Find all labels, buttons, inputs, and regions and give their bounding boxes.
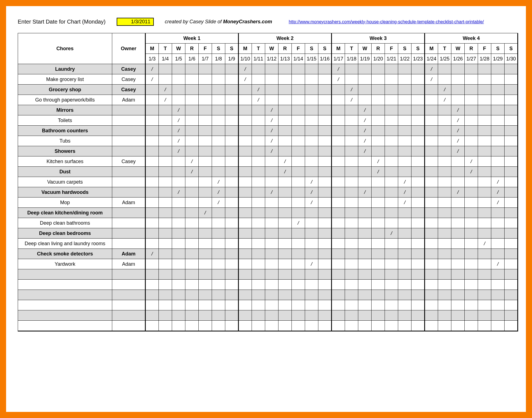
- chore-cell[interactable]: Mop: [18, 197, 112, 208]
- day-cell[interactable]: [478, 146, 491, 156]
- day-cell[interactable]: [332, 321, 345, 331]
- day-cell[interactable]: [438, 228, 451, 239]
- chore-cell[interactable]: [18, 300, 112, 310]
- day-cell[interactable]: [292, 300, 305, 310]
- day-cell[interactable]: [478, 208, 491, 218]
- day-cell[interactable]: [398, 208, 411, 218]
- day-cell[interactable]: [505, 208, 518, 218]
- day-cell[interactable]: [239, 300, 252, 310]
- day-cell[interactable]: [372, 64, 385, 74]
- day-cell[interactable]: [491, 95, 505, 105]
- day-cell[interactable]: [225, 177, 239, 187]
- day-cell[interactable]: [172, 300, 185, 310]
- day-cell[interactable]: [425, 300, 438, 310]
- day-cell[interactable]: [159, 105, 172, 115]
- day-cell[interactable]: [478, 126, 491, 136]
- day-cell[interactable]: [318, 105, 332, 115]
- day-cell[interactable]: [212, 115, 225, 126]
- day-cell[interactable]: /: [398, 177, 411, 187]
- day-cell[interactable]: [159, 290, 172, 300]
- day-cell[interactable]: [252, 167, 265, 177]
- day-cell[interactable]: [172, 218, 185, 228]
- day-cell[interactable]: [305, 290, 318, 300]
- day-cell[interactable]: [145, 280, 159, 290]
- day-cell[interactable]: [159, 74, 172, 85]
- day-cell[interactable]: [252, 310, 265, 321]
- day-cell[interactable]: [172, 64, 185, 74]
- day-cell[interactable]: [199, 105, 212, 115]
- day-cell[interactable]: [212, 208, 225, 218]
- day-cell[interactable]: [185, 136, 199, 146]
- day-cell[interactable]: [372, 74, 385, 85]
- day-cell[interactable]: [252, 208, 265, 218]
- day-cell[interactable]: [318, 269, 332, 280]
- day-cell[interactable]: [372, 95, 385, 105]
- day-cell[interactable]: [292, 290, 305, 300]
- day-cell[interactable]: [292, 167, 305, 177]
- day-cell[interactable]: [505, 321, 518, 331]
- day-cell[interactable]: [212, 64, 225, 74]
- day-cell[interactable]: /: [212, 177, 225, 187]
- day-cell[interactable]: [239, 249, 252, 259]
- owner-cell[interactable]: [112, 167, 145, 177]
- day-cell[interactable]: [292, 136, 305, 146]
- day-cell[interactable]: [505, 105, 518, 115]
- day-cell[interactable]: [145, 156, 159, 167]
- day-cell[interactable]: [358, 290, 372, 300]
- day-cell[interactable]: [199, 290, 212, 300]
- day-cell[interactable]: [465, 239, 478, 249]
- day-cell[interactable]: [398, 228, 411, 239]
- day-cell[interactable]: [265, 167, 278, 177]
- day-cell[interactable]: [332, 167, 345, 177]
- day-cell[interactable]: [385, 95, 398, 105]
- day-cell[interactable]: [398, 280, 411, 290]
- day-cell[interactable]: [252, 218, 265, 228]
- day-cell[interactable]: [225, 280, 239, 290]
- day-cell[interactable]: [491, 167, 505, 177]
- day-cell[interactable]: [332, 136, 345, 146]
- day-cell[interactable]: [225, 218, 239, 228]
- day-cell[interactable]: [305, 136, 318, 146]
- day-cell[interactable]: /: [145, 74, 159, 85]
- day-cell[interactable]: [305, 95, 318, 105]
- day-cell[interactable]: /: [185, 167, 199, 177]
- day-cell[interactable]: [159, 115, 172, 126]
- day-cell[interactable]: [505, 280, 518, 290]
- day-cell[interactable]: [505, 85, 518, 95]
- day-cell[interactable]: [438, 218, 451, 228]
- day-cell[interactable]: /: [305, 259, 318, 269]
- day-cell[interactable]: [332, 126, 345, 136]
- day-cell[interactable]: [505, 177, 518, 187]
- day-cell[interactable]: [411, 280, 425, 290]
- day-cell[interactable]: [199, 280, 212, 290]
- day-cell[interactable]: [425, 290, 438, 300]
- owner-cell[interactable]: [112, 310, 145, 321]
- day-cell[interactable]: [358, 280, 372, 290]
- day-cell[interactable]: [239, 115, 252, 126]
- day-cell[interactable]: [265, 85, 278, 95]
- day-cell[interactable]: [265, 208, 278, 218]
- owner-cell[interactable]: [112, 300, 145, 310]
- day-cell[interactable]: [411, 105, 425, 115]
- day-cell[interactable]: [345, 259, 358, 269]
- day-cell[interactable]: [385, 300, 398, 310]
- day-cell[interactable]: [159, 249, 172, 259]
- day-cell[interactable]: [305, 126, 318, 136]
- day-cell[interactable]: [159, 156, 172, 167]
- day-cell[interactable]: [305, 321, 318, 331]
- chore-cell[interactable]: Go through paperwork/bills: [18, 95, 112, 105]
- day-cell[interactable]: [292, 85, 305, 95]
- day-cell[interactable]: [491, 280, 505, 290]
- day-cell[interactable]: [225, 156, 239, 167]
- owner-cell[interactable]: [112, 280, 145, 290]
- day-cell[interactable]: [278, 197, 292, 208]
- day-cell[interactable]: [185, 290, 199, 300]
- day-cell[interactable]: [212, 85, 225, 95]
- day-cell[interactable]: [225, 310, 239, 321]
- day-cell[interactable]: [491, 218, 505, 228]
- day-cell[interactable]: [265, 259, 278, 269]
- day-cell[interactable]: [292, 177, 305, 187]
- day-cell[interactable]: [465, 64, 478, 74]
- day-cell[interactable]: /: [278, 167, 292, 177]
- day-cell[interactable]: [159, 239, 172, 249]
